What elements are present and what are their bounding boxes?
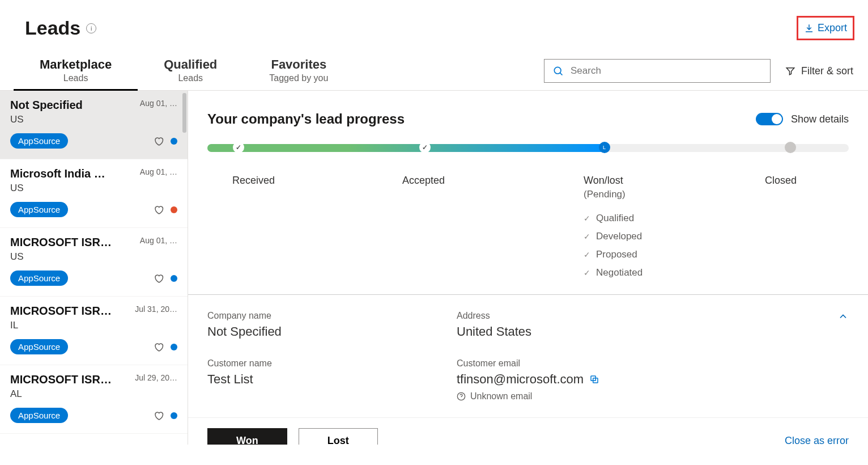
source-pill: AppSource [10, 270, 68, 286]
search-input[interactable] [571, 65, 762, 77]
label-address: Address [457, 311, 849, 321]
substep: Proposed [584, 249, 765, 260]
toggle-knob [772, 114, 782, 124]
copy-icon[interactable] [589, 374, 599, 384]
progress-heading: Your company's lead progress [207, 111, 405, 127]
search-input-wrap[interactable] [544, 59, 771, 83]
value-customer-email: tfinson@microsoft.com [457, 372, 849, 387]
source-pill: AppSource [10, 133, 68, 149]
show-details-toggle[interactable] [756, 113, 783, 125]
collapse-icon[interactable] [837, 311, 849, 322]
substep: Qualified [584, 213, 765, 224]
label-customer-name: Customer name [207, 358, 434, 369]
heart-icon[interactable] [154, 136, 164, 146]
list-item[interactable]: Not SpecifiedAug 01, … US AppSource [0, 91, 188, 159]
close-as-error-link[interactable]: Close as error [785, 435, 849, 445]
heart-icon[interactable] [154, 273, 164, 284]
stage-node-accepted [419, 142, 431, 153]
unknown-email-warning: Unknown email [457, 391, 849, 401]
status-dot [171, 412, 177, 419]
info-icon[interactable]: i [86, 23, 96, 33]
label-company-name: Company name [207, 311, 434, 321]
svg-point-0 [554, 67, 561, 74]
toggle-label: Show details [791, 113, 849, 125]
lost-button[interactable]: Lost [299, 428, 378, 445]
search-icon [552, 65, 564, 77]
value-address: United States [457, 324, 849, 339]
heart-icon[interactable] [154, 411, 164, 421]
filter-icon [785, 66, 795, 76]
list-item[interactable]: MICROSOFT ISRAE…Aug 01, … US AppSource [0, 228, 188, 297]
list-item[interactable]: MICROSOFT ISRAE…Jul 29, 20… AL AppSource [0, 365, 188, 434]
progress-bar: L [207, 144, 849, 152]
tab-marketplace[interactable]: Marketplace Leads [14, 52, 138, 90]
list-item[interactable]: Microsoft India R&…Aug 01, … US AppSourc… [0, 159, 188, 228]
heart-icon[interactable] [154, 205, 164, 215]
download-icon [804, 23, 814, 33]
value-company-name: Not Specified [207, 324, 434, 339]
status-dot [171, 275, 177, 282]
list-item[interactable]: MICROSOFT ISRAE…Jul 31, 20… IL AppSource [0, 297, 188, 365]
value-customer-name: Test List [207, 372, 434, 387]
stage-node-wonlost: L [599, 142, 610, 153]
scrollbar[interactable] [182, 93, 186, 133]
source-pill: AppSource [10, 202, 68, 217]
filter-sort-button[interactable]: Filter & sort [771, 65, 854, 77]
page-title: Leads i [25, 17, 96, 39]
detail-panel: Your company's lead progress Show detail… [188, 91, 868, 445]
leads-list: Not SpecifiedAug 01, … US AppSource Micr… [0, 91, 188, 445]
source-pill: AppSource [10, 408, 68, 423]
substep: Developed [584, 231, 765, 242]
status-dot [171, 206, 177, 213]
stage-node-closed [785, 142, 796, 153]
tab-favorites[interactable]: Favorites Tagged by you [243, 52, 354, 90]
substep: Negotiated [584, 267, 765, 278]
source-pill: AppSource [10, 339, 68, 354]
tab-qualified[interactable]: Qualified Leads [138, 52, 243, 90]
export-button[interactable]: Export [797, 16, 854, 40]
status-dot [171, 344, 177, 350]
won-button[interactable]: Won [207, 428, 287, 445]
label-customer-email: Customer email [457, 358, 849, 369]
question-icon [457, 392, 466, 401]
stage-labels: Received Accepted Won/lost (Pending) Qua… [188, 175, 868, 285]
status-dot [171, 138, 177, 145]
heart-icon[interactable] [154, 342, 164, 352]
